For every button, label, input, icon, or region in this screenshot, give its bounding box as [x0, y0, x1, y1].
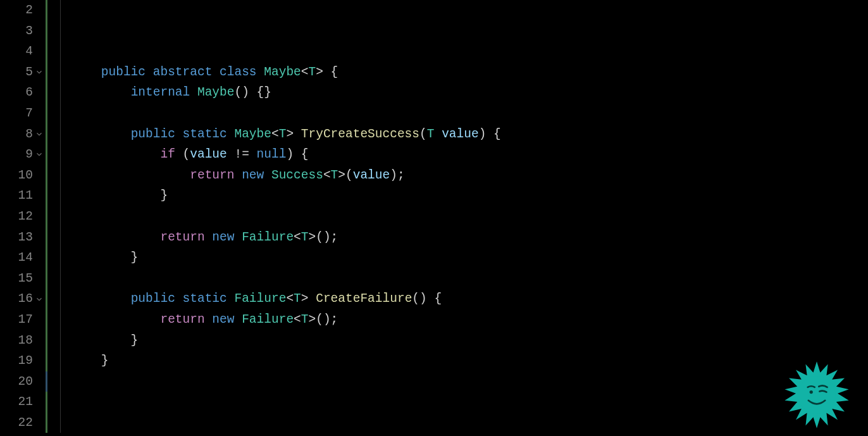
code-line[interactable]: 8 public static Maybe<T> TryCreateSucces… [0, 124, 868, 145]
line-number[interactable]: 12 [0, 206, 33, 227]
indent-guide [60, 247, 61, 268]
code-line[interactable]: 2 [0, 0, 868, 21]
code-line[interactable]: 9 if (value != null) { [0, 144, 868, 165]
code-line[interactable]: 4 [0, 41, 868, 62]
line-number[interactable]: 21 [0, 392, 33, 413]
code-text[interactable]: } [71, 185, 168, 206]
change-bar [46, 82, 47, 103]
code-text[interactable]: public static Failure<T> CreateFailure()… [71, 289, 442, 309]
code-line[interactable]: 20 [0, 371, 868, 392]
line-number[interactable]: 13 [0, 227, 33, 248]
change-bar [46, 165, 47, 186]
indent-guide [60, 144, 61, 165]
indent-guide [60, 82, 61, 103]
line-number[interactable]: 20 [0, 371, 33, 392]
line-number[interactable]: 16 [0, 289, 33, 309]
indent-guide [60, 309, 61, 330]
change-bar [46, 62, 47, 83]
fold-chevron-icon[interactable] [33, 295, 46, 304]
code-line[interactable]: 5 public abstract class Maybe<T> { [0, 62, 868, 83]
line-number[interactable]: 19 [0, 351, 33, 371]
line-number[interactable]: 2 [0, 0, 33, 21]
code-line[interactable]: 17 return new Failure<T>(); [0, 309, 868, 330]
indent-guide [60, 289, 61, 309]
indent-guide [60, 392, 61, 413]
code-line[interactable]: 16 public static Failure<T> CreateFailur… [0, 289, 868, 309]
change-bar [46, 21, 47, 42]
indent-guide [60, 0, 61, 21]
indent-guide [60, 124, 61, 145]
change-bar [46, 103, 47, 124]
change-bar [46, 247, 47, 268]
code-text[interactable]: internal Maybe() {} [71, 82, 271, 103]
indent-guide [60, 371, 61, 392]
line-number[interactable]: 6 [0, 82, 33, 103]
line-number[interactable]: 9 [0, 144, 33, 165]
code-line[interactable]: 15 [0, 268, 868, 289]
change-bar [46, 206, 47, 227]
line-number[interactable]: 3 [0, 21, 33, 42]
code-line[interactable]: 6 internal Maybe() {} [0, 82, 868, 103]
line-number[interactable]: 18 [0, 330, 33, 351]
line-number[interactable]: 8 [0, 124, 33, 145]
indent-guide [60, 103, 61, 124]
code-line[interactable]: 18 } [0, 330, 868, 351]
code-line[interactable]: 11 } [0, 185, 868, 206]
code-line[interactable]: 12 [0, 206, 868, 227]
indent-guide [60, 165, 61, 186]
line-number[interactable]: 4 [0, 41, 33, 62]
change-bar [46, 185, 47, 206]
code-text[interactable]: if (value != null) { [71, 144, 309, 165]
change-bar [46, 392, 47, 413]
indent-guide [60, 227, 61, 248]
change-bar [46, 124, 47, 145]
code-text[interactable]: public static Maybe<T> TryCreateSuccess(… [71, 124, 501, 145]
line-number[interactable]: 22 [0, 413, 33, 433]
change-bar [46, 330, 47, 351]
indent-guide [60, 268, 61, 289]
code-line[interactable]: 22 [0, 413, 868, 433]
change-bar [46, 144, 47, 165]
code-line[interactable]: 21 [0, 392, 868, 413]
indent-guide [60, 206, 61, 227]
code-text[interactable]: return new Success<T>(value); [71, 165, 405, 186]
line-number[interactable]: 10 [0, 165, 33, 186]
code-text[interactable]: } [71, 330, 138, 351]
line-number[interactable]: 15 [0, 268, 33, 289]
code-text[interactable]: } [71, 351, 109, 371]
fold-chevron-icon[interactable] [33, 130, 46, 139]
line-number[interactable]: 14 [0, 247, 33, 268]
change-bar [46, 371, 47, 392]
change-bar [46, 413, 47, 433]
indent-guide [60, 185, 61, 206]
change-bar [46, 41, 47, 62]
code-editor[interactable]: 2345 public abstract class Maybe<T> {6 i… [0, 0, 868, 436]
code-text[interactable]: return new Failure<T>(); [71, 227, 338, 248]
code-text[interactable]: public abstract class Maybe<T> { [71, 62, 338, 83]
code-line[interactable]: 3 [0, 21, 868, 42]
change-bar [46, 351, 47, 371]
fold-chevron-icon[interactable] [33, 150, 46, 159]
fold-chevron-icon[interactable] [33, 68, 46, 77]
change-bar [46, 268, 47, 289]
line-number[interactable]: 5 [0, 62, 33, 83]
line-number[interactable]: 17 [0, 309, 33, 330]
code-text[interactable]: return new Failure<T>(); [71, 309, 338, 330]
indent-guide [60, 41, 61, 62]
code-line[interactable]: 19 } [0, 351, 868, 371]
indent-guide [60, 330, 61, 351]
indent-guide [60, 21, 61, 42]
code-text[interactable]: } [71, 247, 138, 268]
code-line[interactable]: 14 } [0, 247, 868, 268]
line-number[interactable]: 11 [0, 185, 33, 206]
code-line[interactable]: 10 return new Success<T>(value); [0, 165, 868, 186]
line-number[interactable]: 7 [0, 103, 33, 124]
code-line[interactable]: 13 return new Failure<T>(); [0, 227, 868, 248]
indent-guide [60, 62, 61, 83]
change-bar [46, 309, 47, 330]
code-line[interactable]: 7 [0, 103, 868, 124]
indent-guide [60, 351, 61, 371]
change-bar [46, 289, 47, 309]
change-bar [46, 227, 47, 248]
indent-guide [60, 413, 61, 433]
